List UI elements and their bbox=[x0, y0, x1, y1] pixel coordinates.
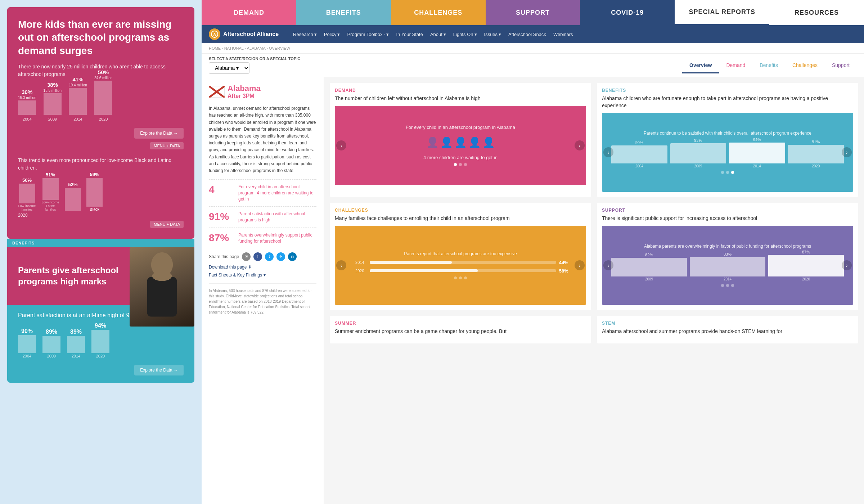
breadcrumb-national[interactable]: NATIONAL bbox=[224, 46, 244, 50]
benefits-bar-2014-rect bbox=[729, 143, 785, 163]
svg-point-2 bbox=[152, 271, 172, 281]
state-select-dropdown[interactable]: Alabama ▾ bbox=[209, 62, 249, 74]
li-bar-4-pct: 59% bbox=[90, 172, 99, 177]
li-year: 2020 bbox=[18, 213, 28, 218]
state-selector-section: SELECT A STATE/REGION OR A SPECIAL TOPIC… bbox=[209, 57, 300, 74]
tab-covid[interactable]: COVID-19 bbox=[580, 0, 675, 25]
explore-data-button[interactable]: Explore the Data → bbox=[134, 128, 184, 139]
bar-2014-mil: 19.4 million bbox=[69, 83, 87, 87]
benefits-viz-caption: Parents continue to be satisfied with th… bbox=[644, 131, 811, 136]
tab-overview-support[interactable]: Support bbox=[825, 58, 857, 73]
li-bar-1-label: Low-income families bbox=[18, 204, 36, 211]
dot-s1 bbox=[721, 284, 724, 287]
state-selector-label: SELECT A STATE/REGION OR A SPECIAL TOPIC bbox=[209, 57, 300, 61]
nav-about[interactable]: About ▾ bbox=[430, 32, 446, 37]
explore-data-button-2[interactable]: Explore the Data → bbox=[134, 365, 184, 375]
support-prev-button[interactable]: ‹ bbox=[603, 260, 613, 270]
benefits-bar-2020-label: 91% bbox=[812, 140, 820, 144]
stat-4-text: For every child in an afterschool progra… bbox=[238, 184, 316, 202]
demand-section-header: DEMAND bbox=[335, 88, 586, 93]
menu-data-button-2[interactable]: MENU + DATA bbox=[150, 221, 184, 228]
demand-subtext: There are now nearly 25 million children… bbox=[18, 63, 184, 78]
support-bar-2014-rect bbox=[690, 257, 765, 276]
support-bar-chart: 82% 2009 83% 2014 87% bbox=[608, 252, 847, 281]
challenges-card-title: Many families face challenges to enrolli… bbox=[335, 215, 586, 222]
tab-resources[interactable]: RESOURCES bbox=[769, 0, 864, 25]
nav-your-state[interactable]: In Your State bbox=[396, 32, 423, 37]
twitter-share-icon[interactable]: t bbox=[265, 252, 274, 261]
dot-2 bbox=[459, 163, 462, 166]
benefits-headline: Parents give afterschool programs high m… bbox=[18, 265, 126, 287]
nav-afterschool-snack[interactable]: Afterschool Snack bbox=[508, 32, 546, 37]
tab-demand[interactable]: DEMAND bbox=[202, 0, 296, 25]
nav-policy[interactable]: Policy ▾ bbox=[324, 32, 340, 37]
tab-overview[interactable]: Overview bbox=[682, 58, 719, 73]
fact-sheets-link[interactable]: Fact Sheets & Key Findings ▾ bbox=[209, 273, 316, 278]
benefits-next-button[interactable]: › bbox=[842, 147, 852, 157]
tab-support[interactable]: SUPPORT bbox=[486, 0, 580, 25]
nav-lights-on[interactable]: Lights On ▾ bbox=[453, 32, 477, 37]
secondary-nav: A Afterschool Alliance Research ▾ Policy… bbox=[202, 25, 864, 43]
tab-overview-challenges[interactable]: Challenges bbox=[785, 58, 825, 73]
linkedin-share-icon[interactable]: in bbox=[288, 252, 297, 261]
breadcrumb-alabama[interactable]: ALABAMA bbox=[247, 46, 265, 50]
nav-program-toolbox[interactable]: Program Toolbox - ▾ bbox=[347, 32, 389, 37]
t-bar-2014: 89% 2014 bbox=[67, 329, 85, 358]
dot-3 bbox=[464, 163, 467, 166]
bar-2020-rect bbox=[94, 81, 112, 115]
demand-bar-chart: 30% 15.3 million 2004 38% 18.5 million 2… bbox=[18, 85, 184, 121]
person-2-icon: 👤 bbox=[440, 136, 453, 148]
nav-issues[interactable]: Issues ▾ bbox=[484, 32, 501, 37]
facebook-share-icon[interactable]: f bbox=[253, 252, 262, 261]
support-bar-2014: 83% 2014 bbox=[690, 252, 765, 281]
menu-data-button-1[interactable]: MENU + DATA bbox=[150, 142, 184, 149]
tab-special-reports[interactable]: SPECIAL REPORTS bbox=[675, 0, 769, 25]
breadcrumb-home[interactable]: HOME bbox=[209, 46, 221, 50]
person-photo bbox=[130, 247, 194, 327]
email-share-icon[interactable]: ✉ bbox=[242, 252, 251, 261]
alabama-brand: Alabama After 3PM bbox=[209, 84, 316, 99]
li-bar-1: 50% Low-income families bbox=[18, 177, 36, 211]
twitter-share-icon-2[interactable]: ✈ bbox=[276, 252, 285, 261]
logo-text: Afterschool Alliance bbox=[223, 31, 279, 37]
t-bar-2009-pct: 89% bbox=[46, 329, 57, 335]
challenges-next-button[interactable]: › bbox=[575, 260, 585, 270]
li-bar-2-pct: 51% bbox=[46, 172, 55, 177]
tab-challenges[interactable]: CHALLENGES bbox=[391, 0, 486, 25]
tab-overview-demand[interactable]: Demand bbox=[719, 58, 752, 73]
dot-c3 bbox=[464, 276, 467, 279]
benefits-card-title: Alabama children who are fortunate enoug… bbox=[602, 95, 853, 109]
demand-prev-button[interactable]: ‹ bbox=[336, 140, 346, 150]
challenges-bar-2014-track bbox=[370, 261, 556, 264]
brand-subtitle: After 3PM bbox=[228, 93, 261, 99]
challenges-viz: ‹ Parents report that afterschool progra… bbox=[335, 226, 586, 305]
support-next-button[interactable]: › bbox=[842, 260, 852, 270]
nav-research[interactable]: Research ▾ bbox=[293, 32, 317, 37]
li-bar-4-rect bbox=[86, 178, 103, 207]
support-carousel-dots bbox=[721, 284, 734, 287]
tab-benefits[interactable]: BENEFITS bbox=[296, 0, 391, 25]
li-bar-3-rect bbox=[65, 188, 81, 211]
bar-2020-yr: 2020 bbox=[99, 117, 108, 121]
demand-card-wrapper: DEMAND The number of children left witho… bbox=[330, 83, 591, 197]
demand-next-button[interactable]: › bbox=[575, 140, 585, 150]
support-bar-2009: 82% 2009 bbox=[611, 253, 687, 281]
benefits-badge: BENEFITS bbox=[7, 239, 194, 247]
t-bar-2009: 89% 2009 bbox=[42, 329, 60, 358]
demand-viz-caption: For every child in an afterschool progra… bbox=[406, 125, 515, 130]
bar-2014-rect bbox=[69, 88, 87, 115]
support-bar-2020: 87% 2020 bbox=[768, 250, 844, 281]
people-icons: 👤 👤 👤 👤 👤 bbox=[426, 136, 495, 148]
bar-2004-yr: 2004 bbox=[23, 117, 31, 121]
tab-overview-benefits[interactable]: Benefits bbox=[752, 58, 785, 73]
challenges-prev-button[interactable]: ‹ bbox=[336, 260, 346, 270]
nav-webinars[interactable]: Webinars bbox=[553, 32, 573, 37]
challenges-two-bars: 2014 44% 2020 58 bbox=[352, 260, 568, 274]
benefits-bar-2009-year: 2009 bbox=[694, 164, 702, 168]
bar-2009-pct: 38% bbox=[47, 82, 58, 88]
benefits-prev-button[interactable]: ‹ bbox=[603, 147, 613, 157]
t-bar-2014-pct: 89% bbox=[70, 329, 82, 335]
benefits-bar-2020: 91% 2020 bbox=[788, 140, 844, 168]
download-link[interactable]: Download this page ⬇ bbox=[209, 265, 316, 270]
stat-87-number: 87% bbox=[209, 232, 234, 244]
